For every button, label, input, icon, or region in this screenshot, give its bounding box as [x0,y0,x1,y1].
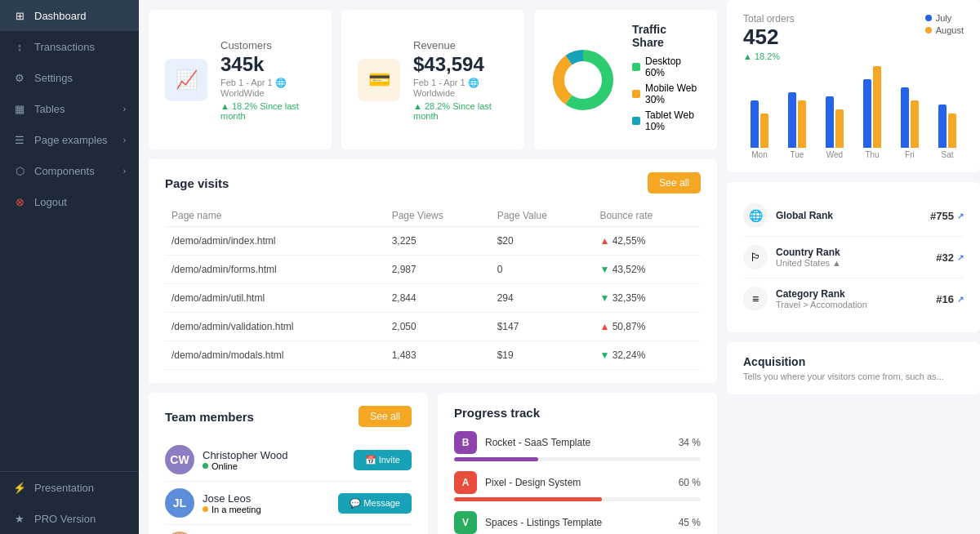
list-item: JL Jose Leos In a meeting 💬 Message [165,482,412,525]
traffic-donut [550,47,616,113]
invite-button[interactable]: 📅 Invite [354,450,412,470]
customers-icon: 📈 [165,59,207,101]
bar-label: Mon [751,150,767,159]
pro-version-icon: ★ [13,512,26,525]
logout-icon: ⊗ [13,195,26,208]
sidebar-label-settings: Settings [34,72,73,84]
list-item: BG Bonnie Green Offline 📅 Invite [165,525,412,534]
message-button[interactable]: 💬 Message [338,493,412,514]
cell-value: $147 [491,313,594,341]
bar-group-Sat: Sat [931,66,964,159]
table-row: /demo/admin/util.html 2,844 294 ▼ 32,35% [165,284,701,313]
rank-info: Category Rank Travel > Accomodation [776,288,936,309]
acquisition-sub: Tells you where your visitors come from,… [743,372,964,381]
right-panel: Total orders 452 ▲ 18.2% July August [727,0,980,534]
progress-name: Rocket - SaaS Template [485,437,670,448]
member-name: Jose Leos [203,492,330,505]
cell-bounce: ▲ 50,87% [593,313,701,341]
stats-row: 📈 Customers 345k Feb 1 - Apr 1 🌐 WorldWi… [149,10,717,149]
legend-desktop: Desktop 60% [632,56,701,78]
legend-circle-august [925,27,932,33]
page-examples-icon: ☰ [13,133,26,146]
bar-july [938,105,947,148]
progress-pct: 60 % [679,477,701,488]
page-visits-card: Page visits See all Page name Page Views… [149,159,717,383]
revenue-icon: 💳 [358,59,400,101]
cell-page-name: /demo/admin/util.html [165,284,385,313]
progress-item: V Spaces - Listings Template 45 % [454,511,701,534]
sidebar-item-settings[interactable]: ⚙ Settings [0,62,139,93]
bar-august [835,109,844,148]
presentation-icon: ⚡ [13,481,26,494]
table-row: /demo/admin/validation.html 2,050 $147 ▲… [165,313,701,341]
bar-july [901,87,909,148]
rank-value: #32 ↗ [936,251,964,264]
customers-title: Customers [220,39,315,51]
bar-july [751,100,759,148]
status-dot [203,463,208,469]
cell-value: 0 [491,256,594,284]
team-card: Team members See all CW Christopher Wood… [149,393,428,534]
progress-bar-fill [454,457,538,461]
progress-header: Progress track [454,406,701,420]
page-visits-see-all[interactable]: See all [648,172,701,194]
sidebar-item-pro-version[interactable]: ★ PRO Version [0,503,139,534]
col-page-name: Page name [165,205,385,227]
progress-badge: B [454,431,477,454]
sidebar-item-tables[interactable]: ▦ Tables › [0,93,139,124]
cell-page-name: /demo/admin/validation.html [165,313,385,341]
revenue-title: Revenue [413,39,508,51]
table-row: /demo/admin/forms.html 2,987 0 ▼ 43,52% [165,256,701,284]
progress-title: Progress track [454,406,540,420]
customers-info: Customers 345k Feb 1 - Apr 1 🌐 WorldWide… [220,39,315,121]
tables-icon: ▦ [13,102,26,115]
sidebar-main-items: ⊞ Dashboard ↕ Transactions ⚙ Settings ▦ … [0,0,139,217]
progress-badge: V [454,511,477,534]
legend-circle-july [925,15,932,21]
traffic-legend: Desktop 60% Mobile Web 30% Tablet Web 10… [632,56,701,132]
sidebar-item-logout[interactable]: ⊗ Logout [0,186,139,217]
member-status: In a meeting [203,505,330,514]
col-page-value: Page Value [491,205,594,227]
sidebar-item-transactions[interactable]: ↕ Transactions [0,31,139,62]
sidebar-label-dashboard: Dashboard [34,10,87,22]
member-name: Christopher Wood [203,449,345,461]
progress-bar-bg [454,497,701,501]
orders-growth: ▲ 18.2% [743,51,795,61]
sidebar-label-page-examples: Page examples [34,134,108,146]
cell-bounce: ▲ 42,55% [593,227,701,256]
orders-title: Total orders [743,13,795,24]
sidebar-item-components[interactable]: ⬡ Components › [0,155,139,186]
sidebar-label-logout: Logout [34,196,67,208]
legend-july: July [925,13,964,23]
cell-bounce: ▼ 32,35% [593,284,701,313]
legend-dot-desktop [632,63,640,71]
progress-item: B Rocket - SaaS Template 34 % [454,431,701,461]
progress-bar-bg [454,457,701,461]
sidebar-item-page-examples[interactable]: ☰ Page examples › [0,124,139,155]
bar-group-Mon: Mon [743,66,776,159]
sidebar-label-tables: Tables [34,103,65,115]
sidebar: ⊞ Dashboard ↕ Transactions ⚙ Settings ▦ … [0,0,139,534]
bar-july [826,96,834,148]
sidebar-item-dashboard[interactable]: ⊞ Dashboard [0,0,139,31]
avatar: CW [165,445,194,474]
sidebar-item-presentation[interactable]: ⚡ Presentation [0,472,139,503]
orders-value: 452 [743,24,795,50]
team-see-all[interactable]: See all [359,406,412,427]
cell-value: 294 [491,284,594,313]
cell-views: 2,844 [385,284,491,313]
progress-badge: A [454,471,477,494]
bar-august [948,113,956,148]
revenue-info: Revenue $43,594 Feb 1 - Apr 1 🌐 Worldwid… [413,39,508,121]
progress-name: Spaces - Listings Template [485,517,670,528]
cell-page-name: /demo/admin/index.html [165,227,385,256]
legend-dot-tablet [632,117,640,125]
cell-value: $20 [491,227,594,256]
bar-chart: Mon Tue Wed Thu [743,61,964,159]
dashboard-icon: ⊞ [13,9,26,22]
progress-bar-fill [454,497,602,501]
acquisition-title: Acquisition [743,355,964,368]
traffic-card: Traffic Share Desktop 60% Mobile Web 30%… [534,10,717,149]
rank-sub: United States ▲ [776,258,936,268]
